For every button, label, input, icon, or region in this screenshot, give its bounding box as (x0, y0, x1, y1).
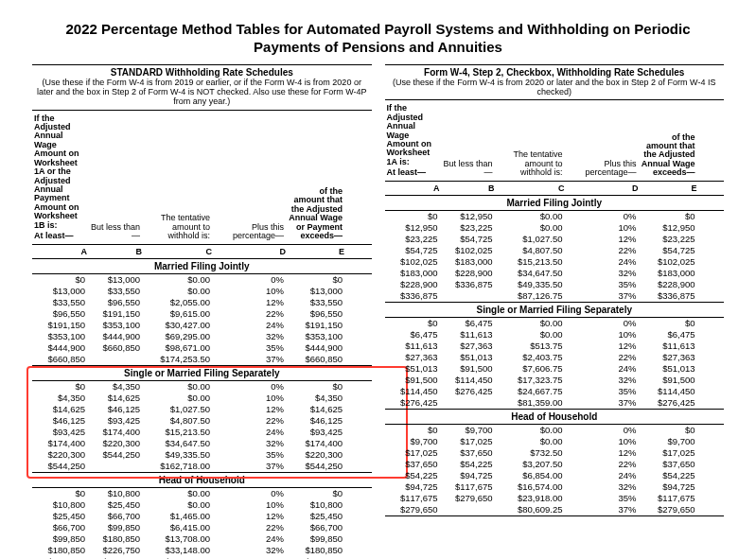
table-cell: $66,700 (87, 511, 142, 522)
table-cell: $513.75 (495, 341, 565, 352)
table-cell (440, 290, 495, 302)
table-cell: 22% (212, 415, 286, 427)
table-cell: $226,750 (32, 556, 87, 559)
table-cell: $4,807.50 (142, 415, 212, 427)
table-cell: 22% (212, 308, 286, 320)
table-cell: $54,225 (385, 470, 440, 481)
table-cell: $11,613 (440, 329, 495, 341)
table-cell: $23,225 (639, 234, 697, 245)
table-cell: $228,900 (385, 279, 440, 290)
left-sections: Married Filing Jointly$0$13,000$0.000%$0… (32, 259, 372, 559)
table-cell: $220,300 (87, 438, 142, 449)
table-cell: 12% (212, 297, 286, 308)
table-cell: 32% (565, 268, 639, 279)
table-cell: $34,647.50 (495, 268, 565, 279)
table-row: $6,475$11,613$0.0010%$6,475 (385, 329, 725, 341)
table-cell: $183,000 (440, 256, 495, 268)
table-cell: $102,025 (639, 256, 697, 268)
table-cell: $0 (639, 211, 697, 222)
table-cell: $96,550 (87, 297, 142, 308)
column-letters: A B C D E (32, 245, 372, 259)
table-row: $14,625$46,125$1,027.5012%$14,625 (32, 404, 372, 415)
table-cell (440, 397, 495, 409)
table-cell: 37% (565, 504, 639, 515)
table-cell: $51,013 (385, 363, 440, 375)
table-cell: $99,850 (286, 533, 344, 545)
table-cell: 32% (565, 481, 639, 493)
table-cell: $94,725 (639, 481, 697, 493)
filing-status-title: Single or Married Filing Separately (32, 366, 372, 381)
filing-status-title: Married Filing Jointly (32, 259, 372, 274)
table-cell: $99,850 (87, 522, 142, 533)
table-cell: $81,359.00 (495, 397, 565, 409)
table-cell: $444,900 (32, 342, 87, 354)
table-cell: $17,323.75 (495, 375, 565, 386)
table-cell: $1,027.50 (142, 404, 212, 415)
table-row: $9,700$17,025$0.0010%$9,700 (385, 436, 725, 447)
table-row: $220,300$544,250$49,335.5035%$220,300 (32, 449, 372, 461)
table-cell: 37% (565, 290, 639, 302)
hdr-less-than: But less than— (87, 111, 142, 244)
table-cell: $732.50 (495, 447, 565, 459)
table-cell: $14,625 (286, 404, 344, 415)
column-headers: If the Adjusted Annual Wage Amount on Wo… (32, 111, 372, 245)
table-cell: $13,000 (32, 286, 87, 297)
table-row: $279,650$80,609.2537%$279,650 (385, 504, 725, 516)
table-cell: 0% (212, 488, 286, 499)
table-cell: $51,013 (440, 352, 495, 363)
table-row: $276,425$81,359.0037%$276,425 (385, 397, 725, 410)
table-cell: $16,574.00 (495, 481, 565, 493)
table-row: $228,900$336,875$49,335.5035%$228,900 (385, 279, 725, 290)
table-cell: $550,700 (87, 556, 142, 559)
table-cell: $444,900 (286, 342, 344, 354)
table-row: $353,100$444,900$69,295.0032%$353,100 (32, 331, 372, 342)
table-cell (87, 354, 142, 365)
table-row: $99,850$180,850$13,708.0024%$99,850 (32, 533, 372, 545)
table-row: $444,900$660,850$98,671.0035%$444,900 (32, 342, 372, 354)
table-row: $180,850$226,750$33,148.0032%$180,850 (32, 545, 372, 556)
table-cell: $49,335.50 (495, 279, 565, 290)
bracket-rows: $0$6,475$0.000%$0$6,475$11,613$0.0010%$6… (385, 318, 725, 410)
table-cell: $226,750 (87, 545, 142, 556)
table-row: $102,025$183,000$15,213.5024%$102,025 (385, 256, 725, 268)
table-cell: $0.00 (495, 222, 565, 234)
table-cell: 10% (212, 286, 286, 297)
table-cell: 35% (212, 556, 286, 559)
table-cell: 12% (212, 511, 286, 522)
table-cell: 35% (565, 279, 639, 290)
table-cell: $276,425 (639, 397, 697, 409)
table-cell: 24% (212, 427, 286, 438)
hdr-exceeds: of the amount that the Adjusted Annual W… (639, 100, 697, 181)
table-cell: 10% (565, 436, 639, 447)
table-cell: $99,850 (32, 533, 87, 545)
table-cell: $6,854.00 (495, 470, 565, 481)
table-cell: $0 (385, 425, 440, 436)
table-cell: $15,213.50 (142, 427, 212, 438)
bracket-rows: $0$4,350$0.000%$0$4,350$14,625$0.0010%$4… (32, 381, 372, 473)
table-cell: $6,475 (385, 329, 440, 341)
table-cell: $9,700 (385, 436, 440, 447)
table-cell: $46,125 (87, 404, 142, 415)
table-cell: $33,550 (87, 286, 142, 297)
column-headers: If the Adjusted Annual Wage Amount on Wo… (385, 100, 725, 182)
table-cell: $0.00 (142, 381, 212, 393)
table-cell: $544,250 (87, 449, 142, 461)
table-cell (440, 504, 495, 515)
table-row: $12,950$23,225$0.0010%$12,950 (385, 222, 725, 234)
table-cell: $10,800 (286, 499, 344, 511)
table-row: $51,013$91,500$7,606.7524%$51,013 (385, 363, 725, 375)
filing-status-title: Head of Household (385, 410, 725, 425)
table-row: $10,800$25,450$0.0010%$10,800 (32, 499, 372, 511)
table-cell: $4,350 (87, 381, 142, 393)
table-cell: $174,400 (87, 427, 142, 438)
hdr-exceeds: of the amount that the Adjusted Annual W… (286, 111, 344, 244)
table-cell: $180,850 (32, 545, 87, 556)
table-cell: 10% (212, 499, 286, 511)
table-cell: 35% (212, 342, 286, 354)
table-cell: $96,550 (32, 308, 87, 320)
table-cell: 10% (565, 329, 639, 341)
table-cell: $0 (286, 488, 344, 499)
table-cell: 32% (212, 331, 286, 342)
table-cell: 32% (212, 545, 286, 556)
table-cell: $0 (385, 211, 440, 222)
